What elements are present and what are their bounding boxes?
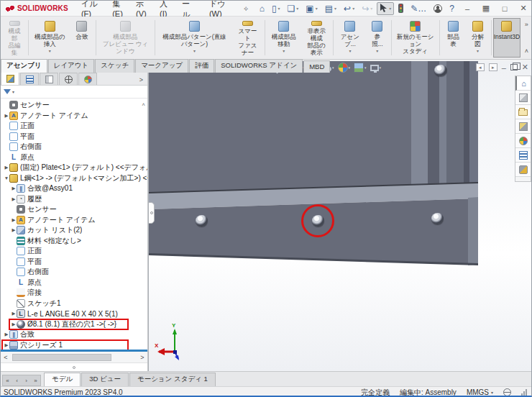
hscroll-thumb[interactable]	[12, 354, 111, 361]
ribbon-button-5[interactable]: スマート ファスナー	[232, 18, 263, 58]
pin-menu-icon[interactable]: ⟡	[244, 4, 249, 13]
view-settings-icon[interactable]: ▾	[370, 64, 382, 71]
tree-scroll-up-icon[interactable]: ˄	[142, 101, 145, 108]
ribbon-button-13[interactable]: Instant3D	[493, 18, 520, 58]
doc-tab-モーション スタディ 1[interactable]: モーション スタディ 1	[129, 373, 216, 386]
tab-スケッチ[interactable]: スケッチ	[95, 59, 134, 73]
filter-caret-icon[interactable]: ▾	[12, 89, 14, 94]
tab-評価[interactable]: 評価	[189, 59, 214, 73]
units-caret-icon[interactable]: ▾	[491, 390, 493, 395]
panel-splitter-handle[interactable]	[148, 202, 155, 224]
tab-アセンブリ[interactable]: アセンブリ	[1, 59, 47, 73]
tree-item-20[interactable]: ▶LL-e L ANGLE 40 X 40 X 5(1)	[1, 309, 147, 319]
tree-item-2[interactable]: 正面	[1, 121, 147, 132]
ribbon-button-9[interactable]: 参照...▾	[365, 18, 390, 58]
tab-レイアウト[interactable]: レイアウト	[48, 59, 95, 73]
ribbon-overflow-icon[interactable]: »	[525, 21, 528, 28]
home-icon[interactable]: ⌂	[257, 2, 267, 15]
ribbon-button-7[interactable]: 非表示構成 部品の表示	[301, 18, 331, 58]
propertymanager-icon[interactable]	[20, 73, 39, 85]
next-tab-icon[interactable]: ›	[22, 378, 31, 384]
tree-item-1[interactable]: ▶Aアノテート アイテム	[1, 111, 147, 122]
ribbon-button-6[interactable]: 構成部品移動▾	[266, 18, 301, 58]
tree-expander-icon[interactable]: ▶	[4, 342, 9, 348]
tree-expander-icon[interactable]: ▶	[11, 311, 17, 316]
tree-item-22[interactable]: ▶∥合致	[1, 329, 147, 340]
design-library-icon[interactable]	[515, 91, 531, 105]
featuremanager-tree-icon[interactable]	[1, 72, 19, 85]
tree-expander-icon[interactable]: ▶	[11, 321, 17, 327]
view-palette-icon[interactable]	[515, 119, 531, 134]
resources-home-icon[interactable]: ⌂	[515, 76, 531, 91]
edit-appearance-icon[interactable]: ▾	[338, 63, 351, 73]
doc-close-icon[interactable]: ✕	[522, 63, 528, 72]
user-account-icon[interactable]	[431, 2, 445, 15]
tree-item-18[interactable]: 溶接	[1, 288, 147, 298]
new-document-icon[interactable]: ▯▾	[269, 2, 283, 15]
tree-item-8[interactable]: ▶∥合致@Assy01	[1, 183, 147, 194]
tree-item-14[interactable]: 正面	[1, 246, 147, 257]
tab-MBD[interactable]: MBD	[303, 60, 330, 73]
tree-item-11[interactable]: ▶Aアノテート アイテム	[1, 215, 147, 226]
tree-item-15[interactable]: 平面	[1, 257, 147, 268]
panel-footer-grip[interactable]	[1, 363, 147, 371]
ribbon-button-11[interactable]: 部品表	[441, 18, 465, 58]
tree-hscrollbar[interactable]: < > ˅	[1, 352, 147, 363]
rebuild-icon[interactable]	[395, 2, 406, 15]
save-icon[interactable]: ▣▾	[303, 2, 320, 15]
tree-item-6[interactable]: ▶(固定) Plate<1> (デフォルト) <<デフォルト>_表示	[1, 163, 147, 173]
hole-right[interactable]	[431, 213, 444, 224]
tree-item-23[interactable]: ▶穴シリーズ 1	[1, 340, 147, 350]
minimize-icon[interactable]: –	[458, 1, 477, 16]
tree-filter-row[interactable]: ▾	[1, 86, 147, 99]
window-layout-icon[interactable]: ▦	[477, 1, 495, 16]
open-document-icon[interactable]: ❏▾	[285, 2, 302, 15]
redo-icon[interactable]: ↪▾	[359, 2, 375, 15]
tree-item-16[interactable]: 右側面	[1, 267, 147, 278]
quick-snaps-icon[interactable]: ✎…	[408, 2, 429, 15]
prev-tab-icon[interactable]: ‹	[12, 378, 22, 384]
doc-prev-window-icon[interactable]: ◂	[476, 63, 485, 71]
panel-expand-icon[interactable]: >	[135, 76, 147, 83]
tree-item-12[interactable]: ▶カット リスト(2)	[1, 225, 147, 236]
tree-item-17[interactable]: L原点	[1, 278, 147, 288]
tree-item-5[interactable]: L原点	[1, 152, 147, 163]
last-tab-icon[interactable]: »	[31, 378, 40, 384]
select-tool-icon[interactable]: ▾	[377, 2, 394, 15]
close-icon[interactable]: ✕	[514, 1, 532, 16]
tree-expander-icon[interactable]: ▶	[11, 196, 17, 202]
hscroll-right-icon[interactable]: >	[137, 354, 147, 361]
ribbon-button-12[interactable]: 分解図▾	[465, 18, 490, 58]
tab-マークアップ[interactable]: マークアップ	[135, 59, 188, 73]
hole-top-right[interactable]	[434, 65, 447, 76]
tree-item-7[interactable]: ▼L鋼<1> -> (デフォルト<マシン加工>) <<デフォルト>	[1, 173, 147, 184]
tree-item-4[interactable]: 右側面	[1, 142, 147, 152]
doc-minimize-icon[interactable]: –	[502, 63, 506, 72]
tree-expander-icon[interactable]: ▶	[4, 332, 9, 337]
ribbon-button-2[interactable]: 合致	[70, 18, 94, 58]
ribbon-button-1[interactable]: 構成部品の挿入▾	[30, 18, 70, 58]
displaymanager-icon[interactable]	[78, 73, 97, 85]
apply-scene-icon[interactable]: ▾	[354, 63, 367, 73]
status-connection-icon[interactable]	[521, 389, 527, 396]
tree-item-19[interactable]: スケッチ1	[1, 298, 147, 309]
help-icon[interactable]: ?	[446, 2, 457, 15]
tab-SOLIDWORKS アドイン[interactable]: SOLIDWORKS アドイン	[215, 59, 303, 73]
hole-left[interactable]	[196, 215, 208, 227]
tree-expander-icon[interactable]: ▶	[11, 186, 17, 191]
doc-next-window-icon[interactable]: ▸	[489, 63, 497, 71]
tree-expander-icon[interactable]: ▶	[11, 227, 17, 233]
tree-item-9[interactable]: ▶◔履歴	[1, 194, 147, 205]
first-tab-icon[interactable]: «	[3, 378, 12, 384]
file-explorer-icon[interactable]	[515, 105, 531, 119]
ribbon-collapse-icon[interactable]: ˄	[525, 47, 528, 55]
tree-item-0[interactable]: センサー	[1, 100, 147, 111]
print-icon[interactable]: ▤▾	[322, 2, 339, 15]
tree-expander-icon[interactable]: ▼	[4, 175, 9, 181]
maximize-icon[interactable]: □	[495, 1, 514, 16]
configurationmanager-icon[interactable]	[40, 73, 58, 85]
ribbon-button-8[interactable]: アセンブ...▾	[335, 18, 365, 58]
undo-icon[interactable]: ↩▾	[341, 2, 357, 15]
hscroll-left-icon[interactable]: <	[1, 354, 11, 361]
custom-properties-icon[interactable]	[515, 148, 531, 163]
